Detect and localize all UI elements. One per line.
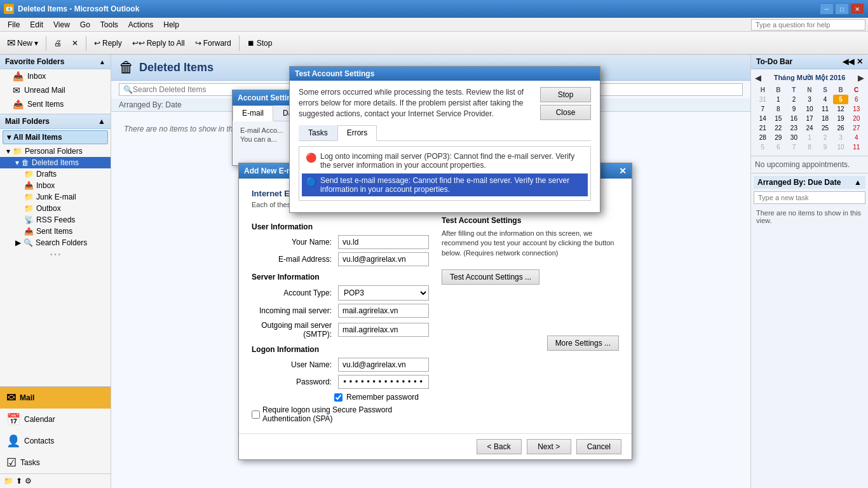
stop-button[interactable]: ⏹ Stop bbox=[243, 36, 277, 50]
task-input[interactable] bbox=[754, 191, 865, 204]
cal-day[interactable]: 25 bbox=[817, 123, 833, 133]
account-type-select[interactable]: POP3 bbox=[338, 285, 429, 301]
cal-day[interactable]: 23 bbox=[786, 123, 802, 133]
cal-day[interactable]: 10 bbox=[802, 104, 818, 114]
incoming-input[interactable] bbox=[338, 304, 429, 318]
cal-day[interactable]: 18 bbox=[817, 114, 833, 123]
menu-go[interactable]: Go bbox=[75, 19, 95, 30]
todo-expand-icon[interactable]: ◀◀ bbox=[843, 57, 854, 66]
cal-day[interactable]: 5 bbox=[833, 95, 849, 104]
cal-day[interactable]: 4 bbox=[817, 95, 833, 104]
cal-day[interactable]: 6 bbox=[848, 95, 864, 104]
favorite-folders-header[interactable]: Favorite Folders ▲ bbox=[0, 55, 111, 69]
username-input[interactable] bbox=[338, 358, 429, 372]
collapse-mail-icon[interactable]: ▲ bbox=[98, 117, 105, 126]
next-btn[interactable]: Next > bbox=[527, 439, 571, 454]
tree-search-folders[interactable]: ▶ 🔍 Search Folders bbox=[0, 237, 111, 248]
cal-day[interactable]: 24 bbox=[802, 123, 818, 133]
spa-checkbox[interactable] bbox=[252, 410, 260, 419]
reply-all-button[interactable]: ↩↩ Reply to All bbox=[128, 36, 189, 50]
new-button[interactable]: ✉ New ▾ bbox=[3, 34, 43, 51]
cal-day[interactable]: 1 bbox=[771, 95, 787, 104]
cal-day[interactable]: 26 bbox=[833, 123, 849, 133]
cal-day[interactable]: 9 bbox=[817, 142, 833, 152]
cal-day[interactable]: 7 bbox=[755, 104, 771, 114]
cal-day[interactable]: 7 bbox=[786, 142, 802, 152]
cal-day[interactable]: 11 bbox=[817, 104, 833, 114]
your-name-input[interactable] bbox=[338, 235, 429, 249]
reply-button[interactable]: ↩ Reply bbox=[90, 36, 126, 50]
cal-next-btn[interactable]: ▶ bbox=[858, 73, 864, 83]
cal-day[interactable]: 6 bbox=[771, 142, 787, 152]
resize-handle[interactable]: • • • bbox=[0, 248, 111, 261]
cal-day[interactable]: 9 bbox=[786, 104, 802, 114]
cal-day[interactable]: 15 bbox=[771, 114, 787, 123]
outgoing-input[interactable] bbox=[338, 323, 429, 337]
cal-day[interactable]: 21 bbox=[755, 123, 771, 133]
menu-tools[interactable]: Tools bbox=[95, 19, 123, 30]
task-sort-icon[interactable]: ▲ bbox=[854, 178, 862, 187]
test-account-dialog[interactable]: Test Account Settings Some errors occurr… bbox=[289, 66, 600, 213]
cal-day[interactable]: 20 bbox=[848, 114, 864, 123]
cal-day[interactable]: 5 bbox=[755, 142, 771, 152]
menu-help[interactable]: Help bbox=[158, 19, 184, 30]
shortcut-icon[interactable]: ⬆ bbox=[16, 477, 22, 485]
mail-folders-header[interactable]: Mail Folders ▲ bbox=[0, 114, 111, 129]
nav-mail[interactable]: ✉ Mail bbox=[0, 387, 111, 409]
collapse-favorite-icon[interactable]: ▲ bbox=[99, 58, 105, 65]
cal-day[interactable]: 8 bbox=[771, 104, 787, 114]
menu-edit[interactable]: Edit bbox=[25, 19, 48, 30]
help-search-input[interactable] bbox=[751, 19, 865, 30]
account-tab-email[interactable]: E-mail bbox=[233, 105, 273, 121]
test-account-btn[interactable]: Test Account Settings ... bbox=[442, 269, 539, 285]
cal-day[interactable]: 22 bbox=[771, 123, 787, 133]
cal-day[interactable]: 30 bbox=[786, 133, 802, 142]
cal-day[interactable]: 17 bbox=[802, 114, 818, 123]
all-mail-items[interactable]: ▾ All Mail Items bbox=[3, 130, 108, 144]
window-controls[interactable]: ─ □ ✕ bbox=[820, 3, 864, 15]
tree-drafts[interactable]: 📁 Drafts bbox=[0, 168, 111, 180]
more-settings-btn[interactable]: More Settings ... bbox=[547, 336, 619, 351]
cal-day[interactable]: 10 bbox=[833, 142, 849, 152]
minimize-btn[interactable]: ─ bbox=[820, 3, 834, 15]
cal-day[interactable]: 1 bbox=[802, 133, 818, 142]
nav-calendar[interactable]: 📅 Calendar bbox=[0, 409, 111, 430]
cal-day[interactable]: 12 bbox=[833, 104, 849, 114]
close-btn[interactable]: ✕ bbox=[850, 3, 864, 15]
forward-button[interactable]: ↪ Forward bbox=[191, 36, 236, 50]
back-btn[interactable]: < Back bbox=[477, 439, 522, 454]
tree-junk[interactable]: 📁 Junk E-mail bbox=[0, 191, 111, 203]
tree-inbox[interactable]: 📥 Inbox bbox=[0, 180, 111, 191]
cal-day[interactable]: 8 bbox=[802, 142, 818, 152]
delete-button[interactable]: ✕ bbox=[67, 36, 83, 50]
configure-icon[interactable]: ⚙ bbox=[25, 477, 32, 485]
cal-day[interactable]: 2 bbox=[817, 133, 833, 142]
sidebar-item-unread[interactable]: ✉ Unread Mail bbox=[0, 83, 111, 97]
folder-icon-small[interactable]: 📁 bbox=[4, 477, 13, 485]
tree-outbox[interactable]: 📁 Outbox bbox=[0, 203, 111, 214]
menu-view[interactable]: View bbox=[48, 19, 75, 30]
tree-sent-items[interactable]: 📤 Sent Items bbox=[0, 226, 111, 237]
cal-day[interactable]: 3 bbox=[833, 133, 849, 142]
maximize-btn[interactable]: □ bbox=[835, 3, 849, 15]
add-email-close-btn[interactable]: ✕ bbox=[619, 166, 627, 176]
nav-contacts[interactable]: 👤 Contacts bbox=[0, 430, 111, 452]
test-close-btn[interactable]: Close bbox=[540, 105, 591, 120]
cal-day[interactable]: 4 bbox=[848, 133, 864, 142]
cal-day[interactable]: 31 bbox=[755, 95, 771, 104]
tree-rss[interactable]: 📡 RSS Feeds bbox=[0, 214, 111, 226]
todo-close-icon[interactable]: ✕ bbox=[857, 57, 863, 66]
cal-day[interactable]: 27 bbox=[848, 123, 864, 133]
tasks-tab[interactable]: Tasks bbox=[299, 125, 337, 140]
tree-personal-folders[interactable]: ▾ 📁 Personal Folders bbox=[0, 146, 111, 157]
nav-tasks[interactable]: ☑ Tasks bbox=[0, 452, 111, 473]
cal-day[interactable]: 16 bbox=[786, 114, 802, 123]
error-row-1[interactable]: 🔴 Log onto incoming mail server (POP3): … bbox=[302, 149, 588, 172]
cal-day[interactable]: 14 bbox=[755, 114, 771, 123]
cal-day[interactable]: 3 bbox=[802, 95, 818, 104]
cal-day[interactable]: 29 bbox=[771, 133, 787, 142]
cal-day[interactable]: 2 bbox=[786, 95, 802, 104]
cal-prev-btn[interactable]: ◀ bbox=[755, 73, 761, 83]
cancel-btn[interactable]: Cancel bbox=[576, 439, 621, 454]
cal-day[interactable]: 11 bbox=[848, 142, 864, 152]
